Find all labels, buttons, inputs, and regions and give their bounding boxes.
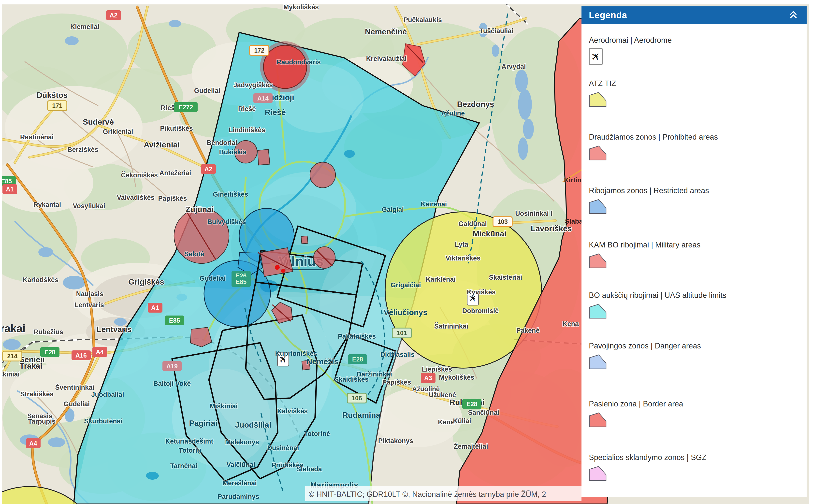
svg-text:E85: E85	[169, 317, 180, 324]
map-label: Nemenčinė	[365, 27, 407, 36]
svg-text:A1: A1	[6, 186, 14, 193]
svg-text:E28: E28	[44, 349, 56, 356]
map-label: Dobromislė	[462, 307, 499, 315]
legend-item: Draudžiamos zonos | Prohibited areas	[589, 133, 718, 161]
map-label: Grigiškės	[128, 277, 164, 286]
map-label: Bezdonys	[457, 100, 494, 109]
svg-text:E28: E28	[352, 356, 363, 363]
app-window: Vilnius✈✈KiemeliaiMykoliškėsPučkalaukisN…	[0, 0, 813, 504]
road-badge: 172	[250, 45, 269, 55]
map-label: Užukenė	[429, 391, 456, 399]
legend-item: ATZ TIZ	[589, 79, 616, 107]
map-label: Gudeliai	[64, 400, 90, 408]
map-label: Gudeliai	[200, 275, 226, 282]
zone-swatch-icon	[589, 354, 608, 370]
svg-text:E85: E85	[236, 278, 247, 285]
zone-swatch-icon	[589, 304, 608, 319]
map-label: Gudeliai	[194, 87, 220, 94]
road-badge: E28	[348, 354, 367, 364]
map-label: Kena	[563, 320, 579, 328]
map-label: Kuprioniškės	[275, 350, 317, 357]
legend-item-label: Ribojamos zonos | Restricted areas	[589, 186, 709, 195]
map-label: Arvydai	[501, 63, 526, 70]
map-label: Totorių	[179, 447, 201, 454]
legend-item: Ribojamos zonos | Restricted areas	[589, 186, 709, 214]
svg-text:172: 172	[254, 47, 264, 54]
legend-item-label: KAM BO ribojimai | Military areas	[589, 241, 700, 249]
svg-text:106: 106	[352, 395, 362, 402]
map-label: Kariotiškės	[23, 276, 58, 284]
map-label: Nemėžis	[306, 357, 338, 366]
map-label: Čekoniškės	[121, 171, 158, 179]
svg-text:101: 101	[397, 330, 407, 336]
road-badge: A4	[26, 438, 41, 448]
map-label: Trakai	[0, 322, 26, 334]
map-label: Kyviškės	[467, 288, 495, 296]
svg-text:A1: A1	[151, 304, 159, 311]
road-badge: A1	[2, 184, 17, 194]
legend-item-label: ATZ TIZ	[589, 79, 616, 88]
map-label: Dusinėnai	[267, 444, 299, 452]
map-label: Lentvaris	[74, 301, 104, 309]
map-label: Merešlėnai	[222, 479, 257, 487]
legend-title: Legenda	[589, 10, 627, 20]
map-label: Didžiasalis	[380, 351, 415, 358]
legend-item: Pasienio zona | Border area	[589, 400, 683, 428]
map-label: Pagiriai	[189, 419, 218, 428]
map-label: Slaba	[565, 218, 583, 225]
zone-military	[310, 162, 335, 188]
map-label: Sančiūnai	[468, 409, 499, 416]
zone-swatch-icon	[589, 92, 608, 107]
map-label: Salotė	[184, 250, 204, 258]
map-label: Juodšiliai	[235, 420, 271, 429]
map-label: Kirtin	[564, 176, 581, 184]
zone-military	[301, 236, 308, 244]
map-label: Rubežius	[34, 328, 63, 336]
map-label: skiniai	[0, 371, 20, 378]
map-label: Šatrininkai	[434, 322, 468, 330]
legend-header: Legenda	[581, 6, 807, 24]
map-label: Riešė	[238, 105, 256, 113]
map-label: Gineitiškės	[213, 191, 248, 198]
map-label: Papiškės	[382, 379, 411, 386]
map-label: Tarpupis	[28, 418, 56, 425]
map-label: Kreivalaužiai	[366, 55, 407, 62]
legend-item: Aerodromai | Aerodrome✈	[589, 36, 672, 65]
map-label: Piktakonys	[378, 437, 413, 445]
map-label: Rastinėnai	[20, 133, 54, 141]
legend-item-label: Aerodromai | Aerodrome	[589, 36, 672, 45]
map-label: Uosininkai I	[515, 210, 552, 217]
zone-swatch-icon	[589, 199, 608, 214]
map-label: Antežeriai	[159, 169, 191, 177]
svg-text:A19: A19	[166, 363, 178, 370]
map-label: Gaidūnai	[458, 220, 487, 228]
map-label: Galgiai	[382, 206, 404, 213]
road-badge: E28	[462, 399, 481, 409]
zone-swatch-icon	[589, 145, 608, 161]
svg-text:A4: A4	[96, 348, 104, 355]
map-label: Tarnėnai	[170, 462, 198, 470]
svg-text:E272: E272	[179, 104, 193, 111]
svg-text:A2: A2	[110, 12, 117, 19]
map-label: Grikieniai	[103, 128, 133, 135]
map-label: Lentvaris	[97, 325, 131, 334]
double-chevron-up-icon[interactable]	[787, 9, 800, 22]
legend-item-label: Draudžiamos zonos | Prohibited areas	[589, 133, 718, 142]
road-badge: A2	[201, 164, 216, 174]
map-label: Miškiniai	[210, 403, 238, 410]
map-label: Vėliučionys	[384, 308, 427, 317]
map-label: Baltoji Vokė	[153, 380, 191, 387]
map-label: Rykantai	[33, 201, 61, 208]
legend-item: BO aukščių ribojimai | UAS altitude limi…	[589, 291, 726, 319]
aerodrome-icon: ✈	[589, 48, 603, 65]
legend-item-label: Pavojingos zonos | Danger areas	[589, 342, 701, 350]
map-label: Kena	[438, 418, 454, 426]
map-label: Karklėnai	[426, 276, 456, 283]
map-label: Viktariškės	[446, 255, 480, 262]
map-label: Raudondvaris	[276, 58, 321, 66]
map-label: Mykoliškės	[439, 374, 474, 381]
map-label: Papiškės	[158, 195, 187, 202]
svg-text:A14: A14	[257, 95, 269, 102]
road-badge: E85	[232, 277, 251, 287]
road-badge: E272	[174, 102, 198, 112]
